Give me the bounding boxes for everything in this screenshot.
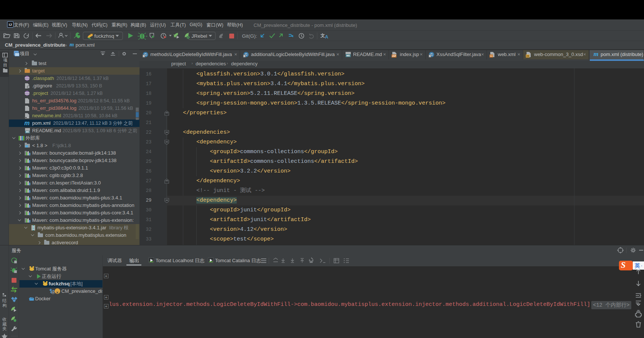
svg-text:Git(G):: Git(G): xyxy=(242,33,257,39)
svg-text:文: 文 xyxy=(320,33,325,38)
svg-text:A: A xyxy=(325,34,328,40)
svg-text:JRebel: JRebel xyxy=(191,33,207,39)
svg-text:fuckzhsq: fuckzhsq xyxy=(94,33,114,39)
